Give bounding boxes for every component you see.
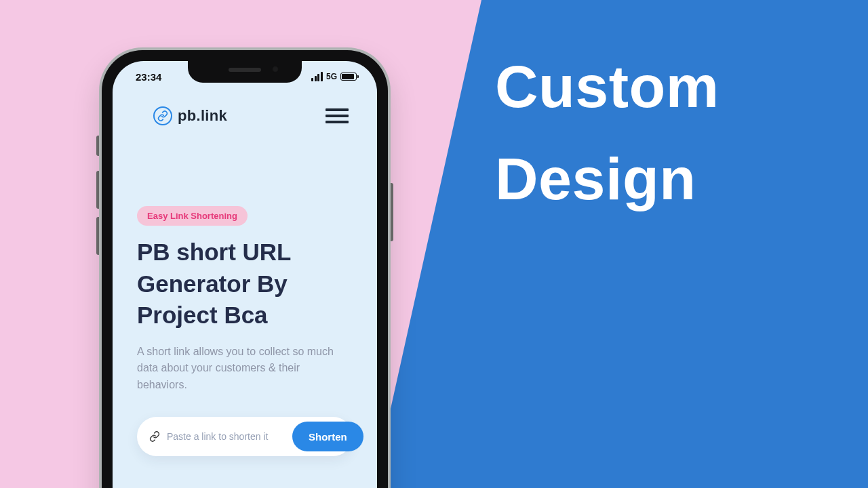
shorten-button[interactable]: Shorten <box>292 422 363 451</box>
tag-pill: Easy Link Shortening <box>137 206 248 226</box>
status-indicators: 5G <box>311 72 361 81</box>
battery-fill <box>342 74 354 79</box>
phone-screen: 23:34 5G pb.link <box>113 61 377 488</box>
network-type: 5G <box>326 72 337 81</box>
hero-content: Easy Link Shortening PB short URL Genera… <box>113 131 377 470</box>
brand[interactable]: pb.link <box>153 106 227 125</box>
phone-camera <box>272 66 279 73</box>
right-title: Custom Design <box>373 0 868 226</box>
link-icon <box>149 431 160 442</box>
menu-icon <box>326 108 349 111</box>
menu-button[interactable] <box>323 106 351 126</box>
app-header: pb.link <box>113 92 377 131</box>
signal-icon <box>311 72 323 81</box>
battery-icon <box>340 73 357 81</box>
status-time: 23:34 <box>129 71 161 83</box>
link-icon <box>153 106 172 125</box>
phone-speaker <box>229 68 261 72</box>
promo-stage: Custom Design 23:34 5G <box>0 0 868 488</box>
right-panel: Custom Design <box>373 0 868 488</box>
hero-description: A short link allows you to collect so mu… <box>137 344 353 394</box>
hero-title: PB short URL Generator By Project Bca <box>137 237 353 331</box>
url-input[interactable] <box>167 431 285 442</box>
brand-name: pb.link <box>178 107 227 125</box>
phone-notch <box>188 61 302 83</box>
menu-icon <box>326 115 349 117</box>
shorten-bar: Shorten <box>137 417 353 456</box>
menu-icon <box>326 121 349 123</box>
